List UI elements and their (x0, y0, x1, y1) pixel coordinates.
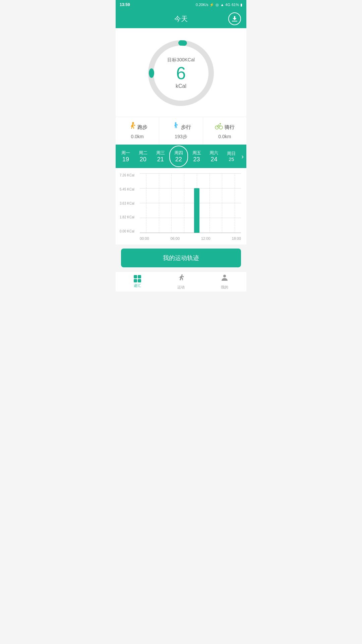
activity-walking-header: 步行 (171, 122, 191, 132)
x-label-0: 00:00 (140, 236, 149, 240)
y-label-5: 7.26 KCal (120, 173, 134, 177)
battery-level: 61% (232, 3, 239, 7)
ring-calorie-value: 6 (167, 64, 195, 82)
week-day-tue[interactable]: 周二 20 (134, 146, 152, 167)
header-title: 今天 (174, 14, 188, 23)
week-day-fri[interactable]: 周五 23 (188, 146, 205, 167)
bar-col-1 (153, 173, 165, 233)
nav-home[interactable]: 迹汇 (116, 272, 159, 291)
x-label-2: 12:00 (201, 236, 210, 240)
bar-col-6 (216, 173, 229, 233)
activity-cycling[interactable]: 骑行 0.0km (203, 117, 246, 145)
nav-sport-label: 运动 (177, 285, 185, 290)
week-day-wed[interactable]: 周三 21 (152, 146, 169, 167)
bar-col-0 (140, 173, 153, 233)
download-button[interactable] (228, 12, 241, 25)
wifi-icon: ▲ (220, 3, 224, 7)
network-speed: 0.20K/s (196, 3, 208, 7)
calorie-ring: 目标300KCal 6 kCal (144, 36, 218, 110)
bar-col-5 (203, 173, 216, 233)
bottom-nav: 迹汇 运动 我的 (116, 271, 246, 291)
status-bar: 13:59 0.20K/s ⚡ ◎ ▲ 4G 61% ▮ (116, 0, 246, 9)
ring-section: 目标300KCal 6 kCal (116, 28, 246, 117)
grid-icon (134, 275, 141, 282)
svg-point-5 (175, 122, 176, 124)
nav-home-label: 迹汇 (134, 283, 141, 288)
track-button[interactable]: 我的运动轨迹 (121, 249, 241, 267)
y-label-3: 3.63 KCal (120, 202, 134, 205)
running-value: 0.0km (131, 134, 144, 139)
person-icon (220, 273, 229, 284)
chart-section: 7.26 KCal 5.45 KCal 3.63 KCal 1.82 KCal … (116, 168, 246, 245)
ring-inner: 目标300KCal 6 kCal (167, 57, 195, 89)
bar-col-4 (190, 173, 203, 233)
battery-icon: ▮ (240, 3, 242, 7)
bar-col-3 (178, 173, 190, 233)
ring-unit: kCal (167, 83, 195, 89)
y-label-4: 5.45 KCal (120, 187, 134, 191)
week-day-sat[interactable]: 周六 24 (205, 146, 223, 167)
bar-col-7 (228, 173, 241, 233)
running-icon (127, 122, 136, 132)
walking-value: 193步 (175, 134, 187, 140)
next-week-arrow[interactable]: › (240, 153, 245, 160)
activity-row: 跑步 0.0km 步行 193步 (116, 117, 246, 145)
header: 今天 (116, 9, 246, 28)
chart-bar-active (194, 188, 199, 233)
week-day-thu[interactable]: 周四 22 (169, 146, 188, 167)
bluetooth-icon: ⚡ (209, 3, 214, 7)
bar-col-2 (165, 173, 178, 233)
activity-cycling-header: 骑行 (215, 122, 235, 132)
nav-profile-label: 我的 (221, 285, 228, 290)
week-day-mon[interactable]: 周一 19 (117, 146, 134, 167)
week-bar: 周一 19 周二 20 周三 21 周四 22 周五 23 周六 24 周日 2… (116, 145, 246, 168)
alarm-icon: ◎ (216, 3, 219, 7)
svg-point-3 (149, 68, 154, 78)
activity-walking[interactable]: 步行 193步 (159, 117, 203, 145)
svg-point-8 (220, 123, 221, 124)
signal-icon: 4G (225, 3, 230, 7)
week-day-sun[interactable]: 周日 25 (223, 146, 240, 167)
ring-goal-label: 目标300KCal (167, 57, 195, 63)
status-time: 13:59 (120, 2, 130, 7)
running-label: 跑步 (137, 124, 147, 130)
cycling-value: 0.0km (218, 134, 231, 139)
svg-point-9 (223, 275, 226, 277)
run-icon (177, 273, 185, 284)
x-label-1: 06:00 (170, 236, 180, 240)
y-label-1: 0.00 KCal (120, 229, 134, 233)
walking-label: 步行 (181, 124, 191, 130)
nav-profile[interactable]: 我的 (203, 272, 246, 291)
activity-running-header: 跑步 (127, 122, 147, 132)
svg-point-4 (132, 122, 134, 124)
cycling-icon (215, 122, 223, 132)
x-label-3: 18:00 (232, 236, 241, 240)
status-right: 0.20K/s ⚡ ◎ ▲ 4G 61% ▮ (196, 3, 242, 7)
week-days: 周一 19 周二 20 周三 21 周四 22 周五 23 周六 24 周日 2… (117, 146, 240, 167)
activity-running[interactable]: 跑步 0.0km (116, 117, 159, 145)
nav-sport[interactable]: 运动 (159, 272, 203, 291)
cycling-label: 骑行 (225, 124, 235, 130)
svg-rect-0 (232, 21, 237, 21)
y-label-2: 1.82 KCal (120, 215, 134, 219)
walking-icon (171, 122, 180, 132)
